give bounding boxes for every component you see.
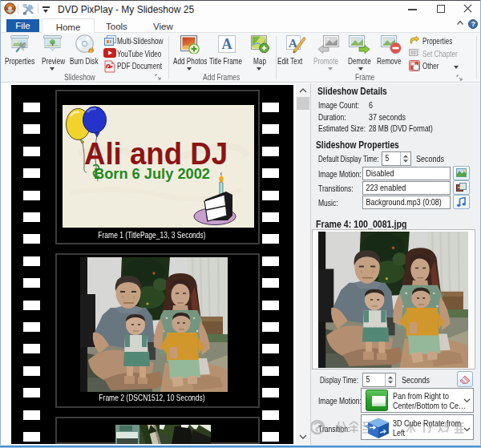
svg-text:Born 6 July 2002: Born 6 July 2002	[94, 166, 210, 182]
svg-text:A: A	[222, 36, 232, 52]
